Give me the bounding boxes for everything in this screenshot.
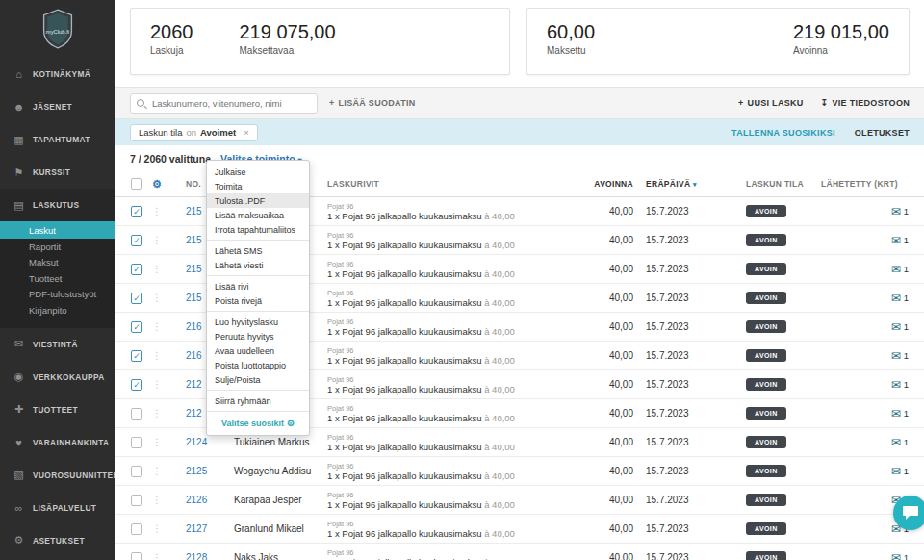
sidebar-item-tuotteet[interactable]: ✚TUOTTEET [0,394,116,426]
envelope-icon[interactable]: ✉ [891,292,901,305]
row-checkbox[interactable]: ✓ [131,206,142,217]
drag-handle-icon[interactable]: ⋮ [150,235,164,245]
drag-handle-icon[interactable]: ⋮ [150,293,164,303]
row-checkbox[interactable]: ✓ [131,350,142,362]
row-checkbox[interactable] [131,437,142,448]
sidebar-subitem-laskut[interactable]: Laskut [0,221,116,239]
header-laskurivit[interactable]: LASKURIVIT [306,179,572,189]
envelope-icon[interactable]: ✉ [891,234,901,247]
menu-item-sulje-poista[interactable]: Sulje/Poista [207,372,309,387]
envelope-icon[interactable]: ✉ [891,436,901,449]
header-laskun-tila[interactable]: LASKUN TILA [722,179,818,189]
sidebar-item-verkkokauppa[interactable]: ◉VERKKOKAUPPA [0,361,116,394]
header-avoinna[interactable]: AVOINNA [572,179,633,189]
chat-bubble-button[interactable] [893,496,924,530]
invoice-number-link[interactable]: 215 [186,235,202,245]
envelope-icon[interactable]: ✉ [891,465,901,478]
drag-handle-icon[interactable]: ⋮ [150,206,164,216]
sidebar-item-asetukset[interactable]: ⚙ASETUKSET [0,524,116,557]
menu-item-lis-rivi[interactable]: Lisää rivi [207,279,309,293]
envelope-icon[interactable]: ✉ [891,551,901,560]
menu-item-poista-luottotappio[interactable]: Poista luottotappio [207,358,309,372]
remove-filter-icon[interactable]: × [244,127,249,138]
save-favorite-button[interactable]: TALLENNA SUOSIKIKSI [732,128,835,138]
sidebar-item-laskutus[interactable]: ▤LASKUTUS [0,189,116,221]
sidebar-item-kotin-kym[interactable]: ⌂KOTINÄKYMÄ [0,58,116,90]
invoice-number-link[interactable]: 2125 [186,466,207,476]
envelope-icon[interactable]: ✉ [891,320,901,334]
invoice-number-link[interactable]: 2127 [186,523,207,534]
drag-handle-icon[interactable]: ⋮ [150,495,164,505]
row-checkbox[interactable] [131,408,142,420]
menu-item-avaa-uudelleen[interactable]: Avaa uudelleen [207,344,309,358]
menu-item-toimita[interactable]: Toimita [207,179,309,193]
envelope-icon[interactable]: ✉ [891,349,901,363]
envelope-icon[interactable]: ✉ [891,205,901,218]
row-checkbox[interactable] [131,495,142,506]
invoice-number-link[interactable]: 2128 [186,552,207,560]
header-lahetetty[interactable]: LÄHETETTY (KRT) [818,179,924,189]
drag-handle-icon[interactable]: ⋮ [150,264,164,274]
new-invoice-button[interactable]: + UUSI LASKU [738,98,804,108]
menu-item-siirr-ryhm-n[interactable]: Siirrä ryhmään [207,394,309,408]
sidebar-subitem-pdf-tulostusty-t[interactable]: PDF-tulostustyöt [0,287,116,303]
brand-logo[interactable]: myClub.fi [0,0,116,58]
drag-handle-icon[interactable]: ⋮ [150,408,164,419]
invoice-number-link[interactable]: 212 [186,379,202,390]
menu-item-poista-rivej[interactable]: Poista rivejä [207,293,309,308]
row-checkbox[interactable]: ✓ [131,379,142,391]
row-checkbox[interactable]: ✓ [131,321,142,333]
envelope-icon[interactable]: ✉ [891,263,901,276]
row-checkbox[interactable]: ✓ [131,235,142,246]
row-checkbox[interactable]: ✓ [131,264,142,275]
sidebar-item-tapahtumat[interactable]: ▦TAPAHTUMAT [0,123,116,156]
sidebar-item-varainhankinta[interactable]: ♥VARAINHANKINTA [0,426,116,459]
invoice-number-link[interactable]: 2126 [186,495,207,505]
row-checkbox[interactable] [131,523,142,535]
invoice-number-link[interactable]: 215 [186,264,202,274]
sidebar-subitem-maksut[interactable]: Maksut [0,255,116,271]
menu-item-l-het-sms[interactable]: Lähetä SMS [207,243,309,258]
sidebar-item-lis-palvelut[interactable]: ∞LISÄPALVELUT [0,492,116,524]
drag-handle-icon[interactable]: ⋮ [150,350,164,361]
drag-handle-icon[interactable]: ⋮ [150,321,164,332]
menu-item-irrota-tapahtumaliitos[interactable]: Irrota tapahtumaliitos [207,222,309,237]
drag-handle-icon[interactable]: ⋮ [150,466,164,476]
menu-item-julkaise[interactable]: Julkaise [207,165,309,179]
drag-handle-icon[interactable]: ⋮ [150,523,164,534]
menu-item-l-het-viesti[interactable]: Lähetä viesti [207,258,309,272]
row-checkbox[interactable]: ✓ [131,293,142,304]
envelope-icon[interactable]: ✉ [891,378,901,392]
add-filter-button[interactable]: + LISÄÄ SUODATIN [329,98,416,108]
defaults-button[interactable]: OLETUKSET [855,128,910,138]
sidebar-subitem-raportit[interactable]: Raportit [0,239,116,255]
envelope-icon[interactable]: ✉ [891,407,901,420]
invoice-number-link[interactable]: 2124 [186,437,207,447]
menu-item-tulosta-pdf[interactable]: Tulosta .PDF [207,193,309,208]
invoice-number-link[interactable]: 216 [186,350,202,361]
invoice-number-link[interactable]: 216 [186,321,202,332]
export-button[interactable]: ↧ VIE TIEDOSTOON [821,98,910,108]
header-erapaiva[interactable]: ERÄPÄIVÄ ▾ [633,179,722,189]
invoice-number-link[interactable]: 212 [186,408,202,419]
drag-handle-icon[interactable]: ⋮ [150,437,164,447]
menu-item-valitse-suosikit[interactable]: Valitse suosikit⚙ [207,415,309,431]
sidebar-item-kurssit[interactable]: ⚑KURSSIT [0,156,116,189]
sidebar-item-viestint[interactable]: ✉VIESTINTÄ [0,328,116,361]
search-input[interactable] [152,94,314,113]
drag-handle-icon[interactable]: ⋮ [150,379,164,390]
menu-item-peruuta-hyvitys[interactable]: Peruuta hyvitys [207,329,309,344]
sidebar-subitem-kirjanpito[interactable]: Kirjanpito [0,302,116,318]
menu-item-lis-maksuaikaa[interactable]: Lisää maksuaikaa [207,208,309,222]
sidebar-item-j-senet[interactable]: ☻JÄSENET [0,90,116,123]
drag-handle-icon[interactable]: ⋮ [150,552,164,560]
menu-item-luo-hyvityslasku[interactable]: Luo hyvityslasku [207,315,309,329]
filter-chip[interactable]: Laskun tila on Avoimet × [130,124,258,141]
row-checkbox[interactable] [131,466,142,477]
select-all-checkbox[interactable] [131,178,142,190]
column-settings-gear-icon[interactable]: ⚙ [152,178,162,190]
sidebar-subitem-tuotteet[interactable]: Tuotteet [0,270,116,287]
row-checkbox[interactable] [131,552,142,560]
invoice-number-link[interactable]: 215 [186,293,202,303]
sidebar-item-vuorosuunnittelu[interactable]: ▧VUOROSUUNNITTELU [0,459,116,492]
